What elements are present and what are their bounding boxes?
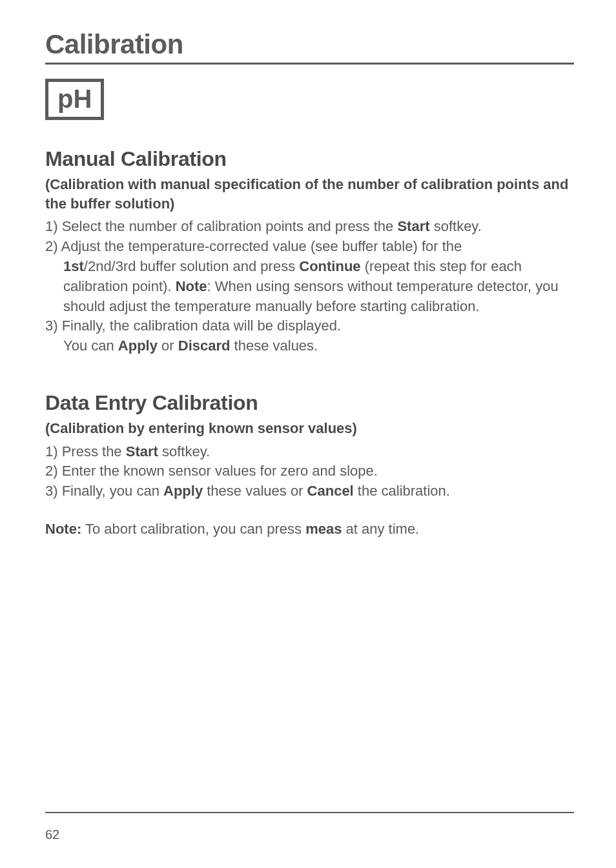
start-softkey-text: Start [397,218,429,234]
section2-step2: 2) Enter the known sensor values for zer… [45,461,574,481]
page-footer: 62 [45,812,574,842]
text: 1) Press the [45,443,126,459]
text: softkey. [430,218,482,234]
ph-badge: pH [45,79,104,120]
note-label: Note [176,278,207,294]
section2-heading: Data Entry Calibration [45,391,574,415]
start-softkey-text: Start [126,443,158,459]
text: or [158,338,178,354]
continue-softkey-text: Continue [299,258,360,274]
section1-heading: Manual Calibration [45,147,574,171]
apply-text: Apply [163,483,203,499]
meas-key-text: meas [305,521,342,537]
text: these values. [230,338,318,354]
text: softkey. [158,443,210,459]
section2-step1: 1) Press the Start softkey. [45,442,574,462]
section1-step3-line1: 3) Finally, the calibration data will be… [45,316,574,336]
footer-divider [45,812,574,813]
text: You can [63,338,118,354]
discard-text: Discard [178,338,231,354]
text: /2nd/3rd buffer solution and press [84,258,299,274]
cancel-text: Cancel [307,483,354,499]
text: these values or [203,483,307,499]
footer-note: Note: To abort calibration, you can pres… [45,520,574,540]
section2-step3: 3) Finally, you can Apply these values o… [45,481,574,501]
page-title: Calibration [45,29,574,65]
page-number: 62 [45,827,574,842]
text: 1) Select the number of calibration poin… [45,218,397,234]
text: 3) Finally, you can [45,483,163,499]
section1-subheading: (Calibration with manual specification o… [45,175,574,213]
note-label: Note: [45,521,81,537]
section1-step3-line2: You can Apply or Discard these values. [45,336,574,356]
apply-text: Apply [118,338,158,354]
text: the calibration. [354,483,450,499]
section1-step2-line1: 2) Adjust the temperature-corrected valu… [45,237,574,257]
first-buffer-text: 1st [63,258,84,274]
text: at any time. [342,521,419,537]
section1-step2-line2: 1st/2nd/3rd buffer solution and press Co… [45,257,574,316]
text: To abort calibration, you can press [81,521,305,537]
section2-subheading: (Calibration by entering known sensor va… [45,419,574,438]
section1-step1: 1) Select the number of calibration poin… [45,217,574,237]
